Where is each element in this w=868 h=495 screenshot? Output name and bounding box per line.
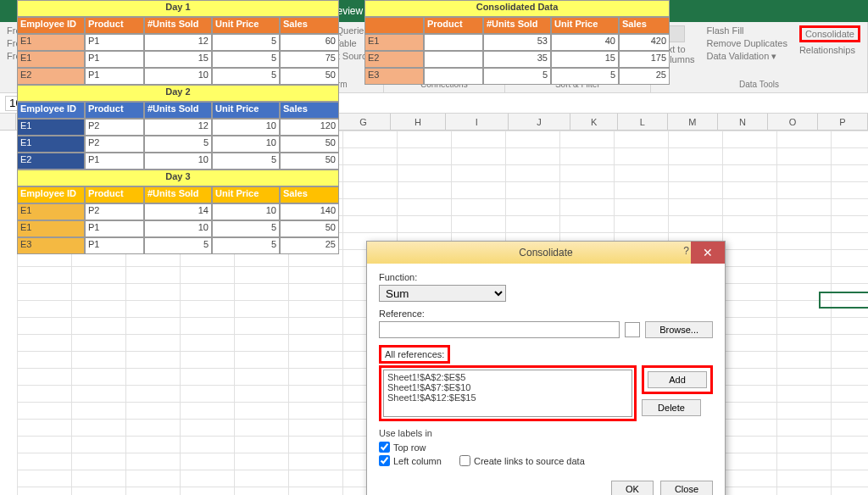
cell[interactable]: #Units Sold <box>144 102 212 119</box>
cell[interactable]: E1 <box>364 34 424 51</box>
cell[interactable]: 5 <box>212 34 280 51</box>
col-header[interactable]: N <box>718 114 768 130</box>
top-row-checkbox[interactable]: Top row <box>379 442 426 453</box>
cell[interactable]: 5 <box>144 136 212 153</box>
remove-duplicates-button[interactable]: Remove Duplicates <box>707 38 787 48</box>
cell[interactable]: P2 <box>85 136 144 153</box>
all-references-list[interactable]: Sheet1!$A$2:$E$5 Sheet1!$A$7:$E$10 Sheet… <box>383 370 632 417</box>
cell[interactable]: 12 <box>144 119 212 136</box>
function-select[interactable]: Sum <box>379 285 506 302</box>
cell[interactable]: 35 <box>483 51 551 68</box>
dialog-close-icon[interactable]: ✕ <box>691 242 725 264</box>
cell[interactable]: #Units Sold <box>483 17 551 34</box>
cell[interactable]: 60 <box>280 34 339 51</box>
col-header[interactable]: K <box>570 114 617 130</box>
cell[interactable]: E2 <box>364 51 424 68</box>
cell[interactable]: 10 <box>212 119 280 136</box>
cell[interactable] <box>424 34 483 51</box>
col-header[interactable]: H <box>391 114 446 130</box>
cell[interactable]: 50 <box>280 153 339 170</box>
cell[interactable]: 420 <box>619 34 670 51</box>
cell[interactable]: 50 <box>280 136 339 153</box>
cell[interactable]: 25 <box>619 68 670 85</box>
cell[interactable]: Employee ID <box>17 102 85 119</box>
cell[interactable]: E2 <box>17 68 85 85</box>
col-header[interactable]: P <box>818 114 868 130</box>
cell[interactable]: 5 <box>144 237 212 254</box>
cell[interactable]: 15 <box>144 51 212 68</box>
ok-button[interactable]: OK <box>611 481 654 495</box>
cell[interactable]: 10 <box>144 68 212 85</box>
flash-fill-button[interactable]: Flash Fill <box>707 25 787 36</box>
col-header[interactable]: L <box>618 114 668 130</box>
reference-input[interactable] <box>379 321 620 338</box>
cell[interactable]: E1 <box>17 136 85 153</box>
cell[interactable]: 120 <box>280 119 339 136</box>
cell[interactable] <box>364 17 424 34</box>
cell[interactable]: 140 <box>280 203 339 220</box>
cell[interactable]: Sales <box>280 186 339 203</box>
cell[interactable]: 50 <box>280 68 339 85</box>
cell[interactable]: Employee ID <box>17 186 85 203</box>
cell[interactable]: P1 <box>85 51 144 68</box>
cell[interactable]: 175 <box>619 51 670 68</box>
cell[interactable]: E1 <box>17 119 85 136</box>
cell[interactable]: Sales <box>280 17 339 34</box>
cell[interactable]: E1 <box>17 220 85 237</box>
cell[interactable]: Employee ID <box>17 17 85 34</box>
cell[interactable]: 5 <box>483 68 551 85</box>
cell[interactable]: 5 <box>212 237 280 254</box>
cell[interactable]: 25 <box>280 237 339 254</box>
range-picker-icon[interactable] <box>625 322 640 337</box>
cell[interactable]: 10 <box>144 153 212 170</box>
cell[interactable]: 12 <box>144 34 212 51</box>
data-validation-button[interactable]: Data Validation ▾ <box>707 51 787 62</box>
browse-button[interactable]: Browse... <box>645 321 713 338</box>
cell[interactable]: #Units Sold <box>144 17 212 34</box>
cell[interactable]: 5 <box>212 68 280 85</box>
cell[interactable]: Day 1 <box>17 0 339 17</box>
cell[interactable]: P1 <box>85 68 144 85</box>
cell[interactable]: Day 3 <box>17 170 339 186</box>
cell[interactable]: E3 <box>17 237 85 254</box>
cell[interactable]: Product <box>85 17 144 34</box>
cell[interactable]: Product <box>85 186 144 203</box>
cell[interactable]: Sales <box>280 102 339 119</box>
cell[interactable] <box>424 68 483 85</box>
cell[interactable]: E1 <box>17 34 85 51</box>
cell[interactable]: Unit Price <box>551 17 619 34</box>
left-column-checkbox[interactable]: Left column <box>379 455 442 466</box>
cell[interactable]: P2 <box>85 119 144 136</box>
cell[interactable]: Unit Price <box>212 17 280 34</box>
cell[interactable]: 75 <box>280 51 339 68</box>
cell[interactable]: P1 <box>85 153 144 170</box>
cell[interactable]: 40 <box>551 34 619 51</box>
cell[interactable] <box>424 51 483 68</box>
cell[interactable]: Product <box>424 17 483 34</box>
cell[interactable]: 5 <box>212 220 280 237</box>
col-header[interactable]: J <box>509 114 571 130</box>
cell[interactable]: Unit Price <box>212 186 280 203</box>
dialog-help-icon[interactable]: ? <box>683 245 689 257</box>
col-header[interactable]: I <box>446 114 509 130</box>
add-button[interactable]: Add <box>648 371 707 388</box>
cell[interactable]: 5 <box>551 68 619 85</box>
create-links-checkbox[interactable]: Create links to source data <box>459 455 585 466</box>
cell[interactable]: Consolidated Data <box>364 0 670 17</box>
cell[interactable]: Product <box>85 102 144 119</box>
cell[interactable]: E3 <box>364 68 424 85</box>
cell[interactable]: E2 <box>17 153 85 170</box>
cell[interactable]: 10 <box>212 136 280 153</box>
ref-item[interactable]: Sheet1!$A$7:$E$10 <box>387 382 628 392</box>
dialog-title-bar[interactable]: Consolidate ? ✕ <box>367 242 725 264</box>
cell[interactable]: P1 <box>85 220 144 237</box>
cell[interactable]: 14 <box>144 203 212 220</box>
col-header[interactable]: G <box>337 114 392 130</box>
cell[interactable]: P2 <box>85 203 144 220</box>
cell[interactable]: Unit Price <box>212 102 280 119</box>
cell[interactable]: E1 <box>17 51 85 68</box>
cell[interactable]: 53 <box>483 34 551 51</box>
cell[interactable]: Sales <box>619 17 670 34</box>
cell[interactable]: Day 2 <box>17 85 339 102</box>
cell[interactable]: 50 <box>280 220 339 237</box>
